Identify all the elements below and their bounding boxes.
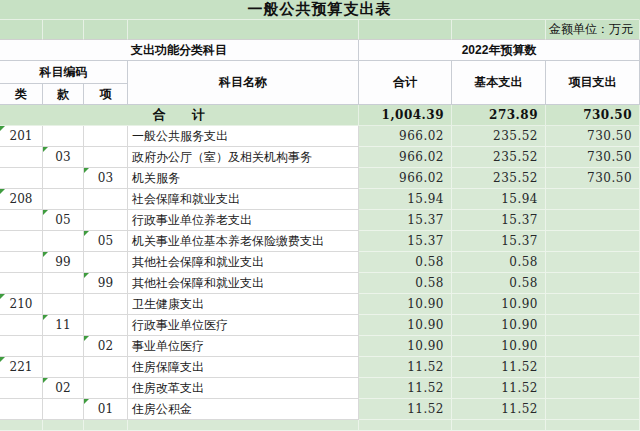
header-func-classification: 支出功能分类科目 bbox=[0, 40, 359, 61]
grand-total-row: 合 计 1,004.39 273.89 730.50 bbox=[0, 105, 640, 126]
table-row: 03政府办公厅（室）及相关机构事务966.02235.52730.50 bbox=[0, 147, 640, 168]
table-row: 99其他社会保障和就业支出0.580.58 bbox=[0, 252, 640, 273]
code-item-cell: 01 bbox=[84, 399, 128, 420]
page-title: 一般公共预算支出表 bbox=[0, 0, 640, 20]
total-cell: 11.52 bbox=[359, 357, 452, 378]
table-row: 210卫生健康支出10.9010.90 bbox=[0, 294, 640, 315]
project-cell bbox=[546, 399, 640, 420]
total-cell: 0.58 bbox=[359, 252, 452, 273]
bottom-spacer-row bbox=[0, 420, 640, 431]
code-item-cell bbox=[84, 315, 128, 336]
basic-cell: 0.58 bbox=[452, 252, 546, 273]
basic-cell: 15.37 bbox=[452, 231, 546, 252]
header-total: 合计 bbox=[359, 61, 452, 105]
basic-cell: 11.52 bbox=[452, 357, 546, 378]
code-section-cell bbox=[43, 231, 84, 252]
total-cell: 15.94 bbox=[359, 189, 452, 210]
code-item-cell bbox=[84, 378, 128, 399]
budget-report-page: 一般公共预算支出表 金额单位：万元 支出功能分类科目 2022年预算数 科目编码… bbox=[0, 0, 640, 431]
basic-cell: 10.90 bbox=[452, 315, 546, 336]
code-class-cell: 210 bbox=[0, 294, 43, 315]
project-cell bbox=[546, 315, 640, 336]
code-class-cell bbox=[0, 168, 43, 189]
code-item-cell: 99 bbox=[84, 273, 128, 294]
basic-cell: 11.52 bbox=[452, 378, 546, 399]
project-cell bbox=[546, 273, 640, 294]
code-section-cell bbox=[43, 273, 84, 294]
code-section-cell: 99 bbox=[43, 252, 84, 273]
basic-cell: 10.90 bbox=[452, 294, 546, 315]
budget-table: 一般公共预算支出表 金额单位：万元 支出功能分类科目 2022年预算数 科目编码… bbox=[0, 0, 640, 431]
code-section-cell: 05 bbox=[43, 210, 84, 231]
basic-cell: 0.58 bbox=[452, 273, 546, 294]
subject-name-cell: 住房改革支出 bbox=[128, 378, 359, 399]
project-cell bbox=[546, 378, 640, 399]
code-class-cell bbox=[0, 315, 43, 336]
subject-name-cell: 住房保障支出 bbox=[128, 357, 359, 378]
header-basic-expense: 基本支出 bbox=[452, 61, 546, 105]
basic-cell: 235.52 bbox=[452, 126, 546, 147]
grand-total-total: 1,004.39 bbox=[359, 105, 452, 126]
table-row: 201一般公共服务支出966.02235.52730.50 bbox=[0, 126, 640, 147]
table-row: 02事业单位医疗10.9010.90 bbox=[0, 336, 640, 357]
code-class-cell bbox=[0, 231, 43, 252]
table-row: 02住房改革支出11.5211.52 bbox=[0, 378, 640, 399]
subject-name-cell: 行政事业单位养老支出 bbox=[128, 210, 359, 231]
grand-total-label: 合 计 bbox=[0, 105, 359, 126]
code-item-cell bbox=[84, 252, 128, 273]
code-class-cell: 208 bbox=[0, 189, 43, 210]
spacer-cell bbox=[128, 420, 359, 431]
spacer-cell bbox=[43, 20, 84, 40]
code-section-cell bbox=[43, 294, 84, 315]
total-cell: 0.58 bbox=[359, 273, 452, 294]
spacer-cell bbox=[128, 20, 359, 40]
code-class-cell: 201 bbox=[0, 126, 43, 147]
code-section-cell bbox=[43, 168, 84, 189]
subject-name-cell: 其他社会保障和就业支出 bbox=[128, 273, 359, 294]
header-row-sub: 科目编码 科目名称 合计 基本支出 项目支出 bbox=[0, 61, 640, 84]
code-class-cell bbox=[0, 210, 43, 231]
grand-total-basic: 273.89 bbox=[452, 105, 546, 126]
project-cell bbox=[546, 252, 640, 273]
code-class-cell bbox=[0, 399, 43, 420]
header-subject-code: 科目编码 bbox=[0, 61, 128, 84]
total-cell: 966.02 bbox=[359, 126, 452, 147]
grand-total-project: 730.50 bbox=[546, 105, 640, 126]
subject-name-cell: 社会保障和就业支出 bbox=[128, 189, 359, 210]
project-cell: 730.50 bbox=[546, 147, 640, 168]
spacer-cell bbox=[546, 420, 640, 431]
basic-cell: 235.52 bbox=[452, 168, 546, 189]
code-class-cell bbox=[0, 273, 43, 294]
code-section-cell bbox=[43, 357, 84, 378]
spacer-cell bbox=[359, 20, 452, 40]
code-item-cell bbox=[84, 210, 128, 231]
spacer-cell bbox=[452, 20, 546, 40]
basic-cell: 15.94 bbox=[452, 189, 546, 210]
table-row: 05机关事业单位基本养老保险缴费支出15.3715.37 bbox=[0, 231, 640, 252]
project-cell bbox=[546, 294, 640, 315]
header-item: 项 bbox=[84, 84, 128, 105]
code-section-cell: 11 bbox=[43, 315, 84, 336]
header-2022-budget: 2022年预算数 bbox=[359, 40, 640, 61]
table-row: 01住房公积金11.5211.52 bbox=[0, 399, 640, 420]
spacer-cell bbox=[359, 420, 452, 431]
code-item-cell: 03 bbox=[84, 168, 128, 189]
header-section: 款 bbox=[43, 84, 84, 105]
spacer-cell bbox=[84, 420, 128, 431]
subject-name-cell: 政府办公厅（室）及相关机构事务 bbox=[128, 147, 359, 168]
basic-cell: 15.37 bbox=[452, 210, 546, 231]
table-row: 05行政事业单位养老支出15.3715.37 bbox=[0, 210, 640, 231]
subject-name-cell: 住房公积金 bbox=[128, 399, 359, 420]
total-cell: 10.90 bbox=[359, 294, 452, 315]
project-cell: 730.50 bbox=[546, 168, 640, 189]
total-cell: 966.02 bbox=[359, 147, 452, 168]
total-cell: 15.37 bbox=[359, 231, 452, 252]
subject-name-cell: 机关事业单位基本养老保险缴费支出 bbox=[128, 231, 359, 252]
code-item-cell: 02 bbox=[84, 336, 128, 357]
code-item-cell bbox=[84, 189, 128, 210]
code-class-cell: 221 bbox=[0, 357, 43, 378]
subject-name-cell: 事业单位医疗 bbox=[128, 336, 359, 357]
code-class-cell bbox=[0, 252, 43, 273]
basic-cell: 11.52 bbox=[452, 399, 546, 420]
subject-name-cell: 其他社会保障和就业支出 bbox=[128, 252, 359, 273]
